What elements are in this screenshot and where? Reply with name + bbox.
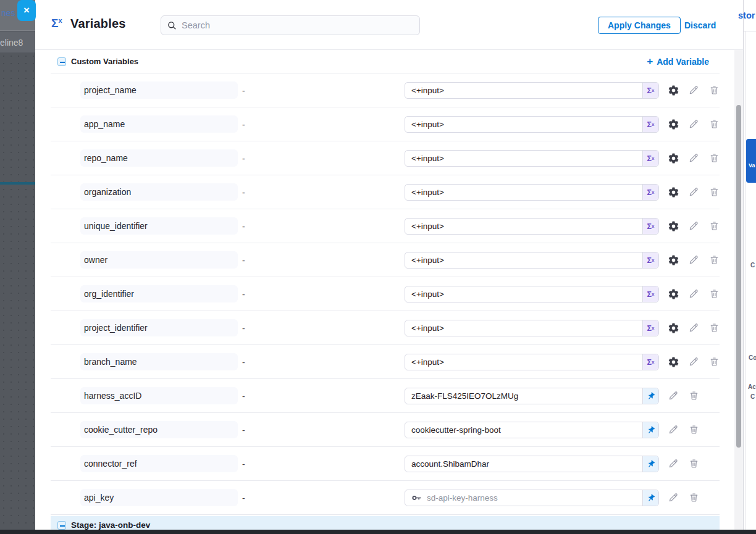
variable-row: project_name - <+input> Σx [51,73,720,107]
row-actions [667,320,720,336]
collapse-minus-icon[interactable] [57,521,66,530]
delete-button[interactable] [687,422,700,438]
right-label-fragment: Ac [748,383,756,390]
variable-value-input[interactable]: <+input> Σx [405,184,659,201]
variable-value-input[interactable]: <+input> Σx [405,150,659,167]
delete-button[interactable] [708,150,720,166]
edit-button[interactable] [667,422,679,438]
edit-button[interactable] [687,218,700,234]
edit-button[interactable] [687,320,700,336]
add-variable-button[interactable]: + Add Variable [647,57,709,67]
runtime-input-sigma-icon[interactable]: Σx [642,354,658,370]
variable-value-input[interactable]: <+input> Σx [405,218,659,235]
row-actions [667,150,720,166]
runtime-input-sigma-icon[interactable]: Σx [642,151,658,166]
delete-button[interactable] [687,490,700,506]
pencil-icon [688,85,699,96]
settings-button[interactable] [667,286,679,302]
variable-value-input[interactable]: zEaak-FLS425IEO7OLzMUg [405,388,659,404]
settings-button[interactable] [667,82,679,98]
delete-button[interactable] [708,82,720,98]
edit-button[interactable] [667,490,679,506]
variable-value-input[interactable]: <+input> Σx [405,252,659,269]
edit-button[interactable] [687,286,700,302]
delete-button[interactable] [687,456,700,472]
pencil-icon [668,492,679,503]
delete-button[interactable] [708,286,720,302]
variable-value-input[interactable]: cookiecutter-spring-boot [405,422,659,438]
trash-icon [709,119,720,130]
edit-button[interactable] [667,456,679,472]
runtime-input-sigma-icon[interactable]: Σx [642,286,658,302]
stage-section-title: Stage: java-onb-dev [71,520,150,530]
runtime-input-sigma-icon[interactable]: Σx [642,117,658,132]
edit-button[interactable] [687,184,700,200]
gear-icon [668,254,679,266]
variable-name: cookie_cutter_repo [80,421,238,438]
settings-button[interactable] [667,116,679,132]
gear-icon [668,356,679,368]
collapse-minus-icon[interactable] [57,57,66,66]
variable-value-input[interactable]: <+input> Σx [405,82,659,99]
runtime-input-sigma-icon[interactable]: Σx [642,219,658,234]
edit-button[interactable] [687,116,700,132]
variable-value-input[interactable]: account.ShibamDhar [405,456,659,472]
variable-type: - [242,184,245,201]
row-actions [667,354,720,370]
row-actions [667,456,700,472]
variable-value-input[interactable]: <+input> Σx [405,354,659,370]
pencil-icon [688,322,699,333]
variable-value-input[interactable]: <+input> Σx [405,320,659,336]
edit-button[interactable] [687,82,700,98]
edit-button[interactable] [667,388,679,404]
variable-value-input[interactable]: <+input> Σx [405,286,659,302]
search-input[interactable] [182,20,413,30]
scrollbar-track[interactable] [734,50,743,530]
variables-panel: Σx Variables Apply Changes Discard Custo… [35,0,743,534]
variable-row: unique_identifier - <+input> Σx [51,209,720,243]
search-box[interactable] [161,15,420,35]
pin-icon[interactable] [642,490,658,506]
variable-value-input[interactable]: sd-api-key-harness [405,490,659,506]
delete-button[interactable] [708,252,720,268]
background-page-right: Va C Co Ac C [743,0,756,534]
runtime-input-sigma-icon[interactable]: Σx [642,185,658,200]
edit-button[interactable] [687,354,700,370]
settings-button[interactable] [667,150,679,166]
delete-button[interactable] [708,184,720,200]
close-button[interactable]: × [17,0,36,21]
settings-button[interactable] [667,320,679,336]
apply-changes-button[interactable]: Apply Changes [598,17,681,34]
page-title: Variables [70,17,126,31]
pin-icon[interactable] [642,422,658,438]
runtime-input-sigma-icon[interactable]: Σx [642,83,658,98]
discard-button[interactable]: Discard [684,20,716,30]
settings-button[interactable] [667,218,679,234]
pin-icon[interactable] [642,456,658,472]
variable-value: zEaak-FLS425IEO7OLzMUg [405,391,642,401]
delete-button[interactable] [708,116,720,132]
runtime-input-sigma-icon[interactable]: Σx [642,252,658,268]
delete-button[interactable] [708,218,720,234]
delete-button[interactable] [708,320,720,336]
edit-button[interactable] [687,150,700,166]
variable-name: api_key [80,489,238,506]
variable-value: sd-api-key-harness [422,493,642,503]
right-tab-label-fragment: Va [749,162,755,169]
delete-button[interactable] [708,354,720,370]
variable-name: connector_ref [80,455,238,472]
delete-button[interactable] [687,388,700,404]
settings-button[interactable] [667,252,679,268]
right-nav-active-tab[interactable]: Va [746,139,756,183]
trash-icon [709,220,720,232]
custom-variables-section-header: Custom Variables + Add Variable [35,50,743,73]
settings-button[interactable] [667,184,679,200]
edit-button[interactable] [687,252,700,268]
variable-value-input[interactable]: <+input> Σx [405,116,659,133]
scrollbar-thumb[interactable] [736,105,741,448]
settings-button[interactable] [667,354,679,370]
variable-value: <+input> [405,86,642,95]
row-actions [667,422,700,438]
runtime-input-sigma-icon[interactable]: Σx [642,320,658,336]
pin-icon[interactable] [642,388,658,404]
